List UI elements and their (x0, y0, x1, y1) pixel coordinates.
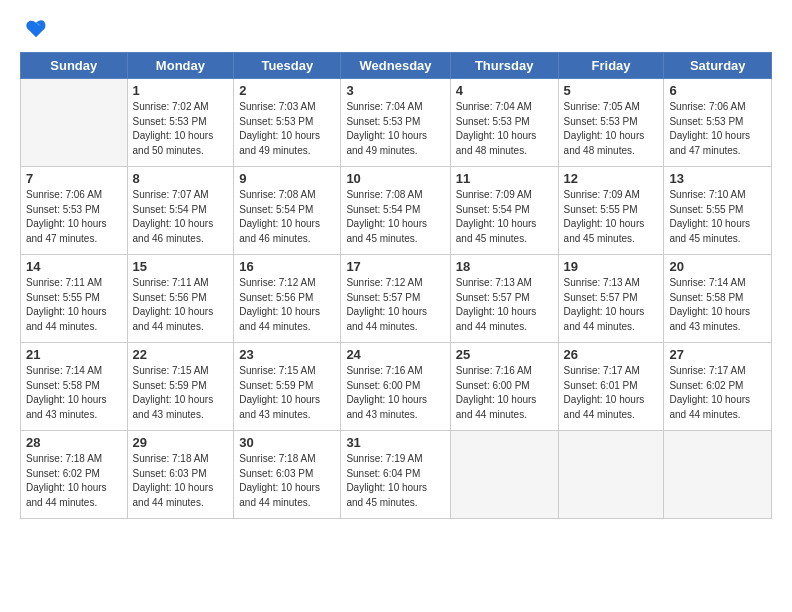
calendar-cell: 31Sunrise: 7:19 AMSunset: 6:04 PMDayligh… (341, 431, 450, 519)
calendar-cell: 21Sunrise: 7:14 AMSunset: 5:58 PMDayligh… (21, 343, 128, 431)
day-number: 13 (669, 171, 766, 186)
day-info: Sunrise: 7:12 AMSunset: 5:57 PMDaylight:… (346, 276, 444, 334)
day-info: Sunrise: 7:07 AMSunset: 5:54 PMDaylight:… (133, 188, 229, 246)
day-number: 15 (133, 259, 229, 274)
day-info: Sunrise: 7:10 AMSunset: 5:55 PMDaylight:… (669, 188, 766, 246)
weekday-header: Thursday (450, 53, 558, 79)
day-number: 25 (456, 347, 553, 362)
header (20, 16, 772, 42)
day-info: Sunrise: 7:03 AMSunset: 5:53 PMDaylight:… (239, 100, 335, 158)
calendar-week-row: 14Sunrise: 7:11 AMSunset: 5:55 PMDayligh… (21, 255, 772, 343)
day-number: 6 (669, 83, 766, 98)
calendar-cell: 9Sunrise: 7:08 AMSunset: 5:54 PMDaylight… (234, 167, 341, 255)
day-info: Sunrise: 7:02 AMSunset: 5:53 PMDaylight:… (133, 100, 229, 158)
calendar-table: SundayMondayTuesdayWednesdayThursdayFrid… (20, 52, 772, 519)
calendar-cell: 22Sunrise: 7:15 AMSunset: 5:59 PMDayligh… (127, 343, 234, 431)
day-info: Sunrise: 7:17 AMSunset: 6:02 PMDaylight:… (669, 364, 766, 422)
calendar-week-row: 28Sunrise: 7:18 AMSunset: 6:02 PMDayligh… (21, 431, 772, 519)
day-number: 22 (133, 347, 229, 362)
calendar-cell: 2Sunrise: 7:03 AMSunset: 5:53 PMDaylight… (234, 79, 341, 167)
day-info: Sunrise: 7:16 AMSunset: 6:00 PMDaylight:… (456, 364, 553, 422)
calendar-cell: 13Sunrise: 7:10 AMSunset: 5:55 PMDayligh… (664, 167, 772, 255)
day-number: 18 (456, 259, 553, 274)
day-number: 5 (564, 83, 659, 98)
calendar-cell: 25Sunrise: 7:16 AMSunset: 6:00 PMDayligh… (450, 343, 558, 431)
day-number: 14 (26, 259, 122, 274)
day-number: 17 (346, 259, 444, 274)
calendar-cell: 6Sunrise: 7:06 AMSunset: 5:53 PMDaylight… (664, 79, 772, 167)
calendar-week-row: 1Sunrise: 7:02 AMSunset: 5:53 PMDaylight… (21, 79, 772, 167)
calendar-cell: 20Sunrise: 7:14 AMSunset: 5:58 PMDayligh… (664, 255, 772, 343)
weekday-header: Tuesday (234, 53, 341, 79)
day-number: 29 (133, 435, 229, 450)
day-number: 23 (239, 347, 335, 362)
day-number: 26 (564, 347, 659, 362)
calendar-cell: 12Sunrise: 7:09 AMSunset: 5:55 PMDayligh… (558, 167, 664, 255)
logo-bird-icon (24, 18, 48, 42)
calendar-cell: 15Sunrise: 7:11 AMSunset: 5:56 PMDayligh… (127, 255, 234, 343)
weekday-header-row: SundayMondayTuesdayWednesdayThursdayFrid… (21, 53, 772, 79)
day-info: Sunrise: 7:19 AMSunset: 6:04 PMDaylight:… (346, 452, 444, 510)
day-info: Sunrise: 7:05 AMSunset: 5:53 PMDaylight:… (564, 100, 659, 158)
day-info: Sunrise: 7:06 AMSunset: 5:53 PMDaylight:… (669, 100, 766, 158)
calendar-cell: 19Sunrise: 7:13 AMSunset: 5:57 PMDayligh… (558, 255, 664, 343)
calendar-cell: 27Sunrise: 7:17 AMSunset: 6:02 PMDayligh… (664, 343, 772, 431)
day-info: Sunrise: 7:11 AMSunset: 5:55 PMDaylight:… (26, 276, 122, 334)
day-info: Sunrise: 7:09 AMSunset: 5:54 PMDaylight:… (456, 188, 553, 246)
day-number: 24 (346, 347, 444, 362)
day-info: Sunrise: 7:15 AMSunset: 5:59 PMDaylight:… (133, 364, 229, 422)
day-number: 16 (239, 259, 335, 274)
day-number: 20 (669, 259, 766, 274)
day-info: Sunrise: 7:18 AMSunset: 6:03 PMDaylight:… (133, 452, 229, 510)
day-info: Sunrise: 7:08 AMSunset: 5:54 PMDaylight:… (346, 188, 444, 246)
day-info: Sunrise: 7:13 AMSunset: 5:57 PMDaylight:… (564, 276, 659, 334)
calendar-cell: 3Sunrise: 7:04 AMSunset: 5:53 PMDaylight… (341, 79, 450, 167)
day-number: 3 (346, 83, 444, 98)
calendar-cell: 7Sunrise: 7:06 AMSunset: 5:53 PMDaylight… (21, 167, 128, 255)
day-info: Sunrise: 7:11 AMSunset: 5:56 PMDaylight:… (133, 276, 229, 334)
day-number: 12 (564, 171, 659, 186)
calendar-cell (450, 431, 558, 519)
day-info: Sunrise: 7:04 AMSunset: 5:53 PMDaylight:… (346, 100, 444, 158)
calendar-cell: 10Sunrise: 7:08 AMSunset: 5:54 PMDayligh… (341, 167, 450, 255)
day-info: Sunrise: 7:14 AMSunset: 5:58 PMDaylight:… (669, 276, 766, 334)
calendar-cell: 29Sunrise: 7:18 AMSunset: 6:03 PMDayligh… (127, 431, 234, 519)
day-info: Sunrise: 7:08 AMSunset: 5:54 PMDaylight:… (239, 188, 335, 246)
day-info: Sunrise: 7:04 AMSunset: 5:53 PMDaylight:… (456, 100, 553, 158)
logo (20, 20, 48, 42)
weekday-header: Wednesday (341, 53, 450, 79)
day-number: 2 (239, 83, 335, 98)
calendar-cell: 1Sunrise: 7:02 AMSunset: 5:53 PMDaylight… (127, 79, 234, 167)
day-number: 11 (456, 171, 553, 186)
calendar-cell (21, 79, 128, 167)
day-number: 30 (239, 435, 335, 450)
day-number: 9 (239, 171, 335, 186)
day-info: Sunrise: 7:18 AMSunset: 6:03 PMDaylight:… (239, 452, 335, 510)
day-info: Sunrise: 7:18 AMSunset: 6:02 PMDaylight:… (26, 452, 122, 510)
day-info: Sunrise: 7:16 AMSunset: 6:00 PMDaylight:… (346, 364, 444, 422)
calendar-cell: 14Sunrise: 7:11 AMSunset: 5:55 PMDayligh… (21, 255, 128, 343)
weekday-header: Sunday (21, 53, 128, 79)
day-number: 31 (346, 435, 444, 450)
calendar-week-row: 7Sunrise: 7:06 AMSunset: 5:53 PMDaylight… (21, 167, 772, 255)
calendar-cell: 30Sunrise: 7:18 AMSunset: 6:03 PMDayligh… (234, 431, 341, 519)
page-container: SundayMondayTuesdayWednesdayThursdayFrid… (0, 0, 792, 612)
calendar-cell: 18Sunrise: 7:13 AMSunset: 5:57 PMDayligh… (450, 255, 558, 343)
calendar-cell: 28Sunrise: 7:18 AMSunset: 6:02 PMDayligh… (21, 431, 128, 519)
calendar-cell: 11Sunrise: 7:09 AMSunset: 5:54 PMDayligh… (450, 167, 558, 255)
day-number: 4 (456, 83, 553, 98)
day-info: Sunrise: 7:14 AMSunset: 5:58 PMDaylight:… (26, 364, 122, 422)
day-number: 19 (564, 259, 659, 274)
calendar-cell: 24Sunrise: 7:16 AMSunset: 6:00 PMDayligh… (341, 343, 450, 431)
day-number: 7 (26, 171, 122, 186)
weekday-header: Friday (558, 53, 664, 79)
day-info: Sunrise: 7:06 AMSunset: 5:53 PMDaylight:… (26, 188, 122, 246)
day-info: Sunrise: 7:13 AMSunset: 5:57 PMDaylight:… (456, 276, 553, 334)
day-number: 8 (133, 171, 229, 186)
calendar-cell: 8Sunrise: 7:07 AMSunset: 5:54 PMDaylight… (127, 167, 234, 255)
weekday-header: Saturday (664, 53, 772, 79)
calendar-cell: 23Sunrise: 7:15 AMSunset: 5:59 PMDayligh… (234, 343, 341, 431)
calendar-cell: 26Sunrise: 7:17 AMSunset: 6:01 PMDayligh… (558, 343, 664, 431)
calendar-cell (558, 431, 664, 519)
calendar-cell: 5Sunrise: 7:05 AMSunset: 5:53 PMDaylight… (558, 79, 664, 167)
